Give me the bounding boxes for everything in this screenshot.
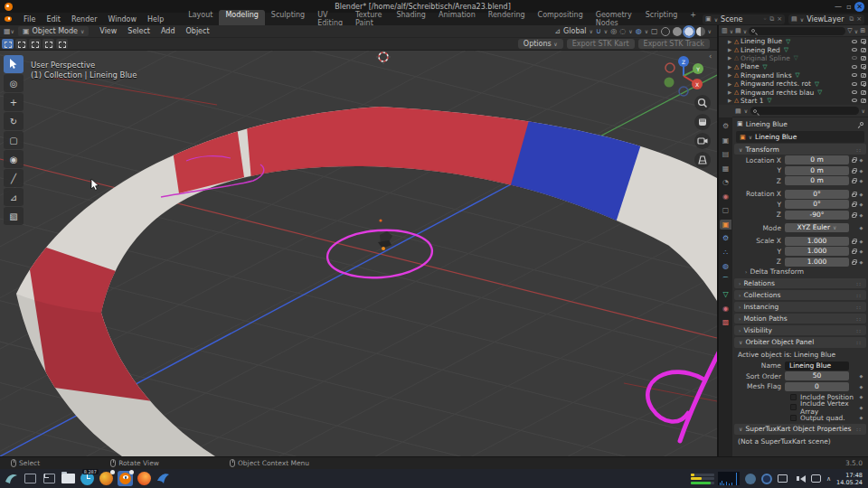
- file-manager-icon[interactable]: [61, 471, 76, 486]
- visibility-eye-icon[interactable]: [852, 65, 857, 69]
- export-stk-track-button[interactable]: Export STK Track: [638, 39, 710, 49]
- zoom-button[interactable]: [694, 95, 711, 111]
- sidebar-collapse-arrow[interactable]: ‹: [709, 52, 712, 61]
- visibility-eye-icon[interactable]: [852, 90, 857, 94]
- shading-material-icon[interactable]: [684, 27, 693, 36]
- tab-tool[interactable]: ⚙: [720, 121, 731, 131]
- panel-section-header[interactable]: ›Instancing::: [734, 302, 866, 313]
- properties-editor-icon[interactable]: ▤: [735, 108, 741, 115]
- shading-solid-icon[interactable]: [673, 27, 682, 36]
- workspace-pager-2[interactable]: [42, 471, 57, 486]
- new-collection-icon[interactable]: ⊞: [860, 27, 865, 34]
- animate-dot-icon[interactable]: ◆: [858, 168, 864, 174]
- transform-value-field[interactable]: XYZ Euler∨: [785, 223, 849, 232]
- expand-arrow-icon[interactable]: ▶: [728, 39, 732, 44]
- outliner-display-mode-icon[interactable]: ▥: [722, 27, 728, 34]
- tab-viewlayer[interactable]: ▦: [720, 164, 731, 174]
- viewport-3d[interactable]: User Perspective (1) Collection | Linein…: [0, 51, 717, 456]
- select-mode-extend[interactable]: [56, 39, 68, 49]
- editor-type-icon[interactable]: ▦∨: [0, 27, 18, 35]
- outliner-item[interactable]: ▶ △ Original Spline ▽: [719, 54, 868, 62]
- perspective-toggle-button[interactable]: [694, 152, 711, 168]
- viewport-menu-item[interactable]: Select: [122, 27, 156, 35]
- scale-tool[interactable]: ▢: [4, 131, 24, 149]
- checkbox[interactable]: [790, 404, 797, 410]
- mode-dropdown[interactable]: ▣ Object Mode∨: [18, 26, 89, 36]
- animate-dot-icon[interactable]: ◆: [858, 157, 864, 163]
- lock-icon[interactable]: [852, 193, 856, 197]
- proportional-edit-icon[interactable]: ◎: [610, 27, 617, 35]
- animate-dot-icon[interactable]: ◆: [858, 192, 864, 197]
- delta-transform-toggle[interactable]: ›Delta Transform: [732, 267, 868, 277]
- tab-object[interactable]: ▣: [720, 220, 731, 230]
- viewlayer-selector[interactable]: ▤∨ ViewLayer ⧉ ×: [788, 14, 864, 24]
- filter-icon[interactable]: ▽: [847, 27, 852, 34]
- lock-icon[interactable]: [852, 170, 856, 174]
- visibility-eye-icon[interactable]: [852, 73, 857, 77]
- orientation-dropdown[interactable]: Global: [563, 27, 587, 35]
- menu-item[interactable]: Help: [142, 15, 169, 23]
- workspace-pager-1[interactable]: [23, 471, 38, 486]
- cursor-tool[interactable]: ◎: [4, 74, 24, 92]
- panel-section-header[interactable]: ›Motion Paths::: [734, 314, 866, 324]
- tab-constraints[interactable]: ⌒: [720, 276, 731, 286]
- orbiter-name-input[interactable]: Lineing Blue: [785, 361, 849, 371]
- outliner-item[interactable]: ▶ △ Lineing Red ▽: [719, 45, 868, 53]
- xray-toggle-icon[interactable]: ▢: [651, 27, 658, 35]
- animate-dot-icon[interactable]: ◆: [858, 384, 864, 389]
- expand-arrow-icon[interactable]: ▶: [728, 72, 732, 78]
- orbiter-panel-header[interactable]: ∨Orbiter Object Panel::: [734, 337, 866, 348]
- gizmo-toggle-icon[interactable]: ◌: [619, 27, 626, 35]
- tray-app-icon-2[interactable]: [761, 474, 772, 484]
- properties-search-input[interactable]: [750, 107, 859, 115]
- panel-section-header[interactable]: ›Collections::: [734, 290, 866, 301]
- render-camera-icon[interactable]: [861, 90, 866, 95]
- animate-dot-icon[interactable]: ◆: [858, 259, 864, 265]
- visibility-eye-icon[interactable]: [852, 48, 857, 52]
- transform-value-field[interactable]: 0°: [785, 200, 849, 209]
- outliner-item[interactable]: ▶ △ Ringwand links ▽: [719, 71, 868, 80]
- render-camera-icon[interactable]: [861, 73, 866, 78]
- render-camera-icon[interactable]: [861, 64, 866, 69]
- blender-menu-icon[interactable]: [5, 15, 13, 23]
- blender-app-icon[interactable]: [118, 471, 133, 486]
- animate-dot-icon[interactable]: ◆: [858, 249, 864, 254]
- tab-render[interactable]: ▣: [720, 136, 731, 145]
- menu-item[interactable]: Edit: [41, 15, 66, 23]
- pin-id-icon[interactable]: [859, 121, 864, 127]
- close-button[interactable]: ✕: [854, 2, 864, 12]
- animate-dot-icon[interactable]: ◆: [858, 239, 864, 244]
- outliner-collection-icon[interactable]: ▤: [735, 27, 741, 34]
- outliner-item[interactable]: ▶ △ Start 1 ▽: [719, 97, 868, 105]
- transform-value-field[interactable]: -90°: [785, 211, 849, 220]
- firefox-icon[interactable]: [137, 471, 152, 486]
- shading-rendered-icon[interactable]: [696, 27, 705, 36]
- expand-arrow-icon[interactable]: ▶: [728, 55, 732, 61]
- options-dropdown[interactable]: Options ∨: [518, 39, 563, 49]
- system-monitor-widget[interactable]: [691, 474, 714, 484]
- pin-icon[interactable]: ◦: [763, 15, 767, 23]
- tray-clipboard-icon[interactable]: [778, 474, 788, 483]
- lock-icon[interactable]: [852, 261, 856, 265]
- visibility-eye-icon[interactable]: [852, 99, 857, 102]
- overlays-toggle-icon[interactable]: ◍: [636, 27, 642, 35]
- tray-app-icon-1[interactable]: [745, 474, 756, 484]
- tab-output[interactable]: ▤: [720, 149, 731, 159]
- render-camera-icon[interactable]: [861, 81, 866, 86]
- pan-button[interactable]: [694, 114, 711, 130]
- scene-selector[interactable]: ▣∨ Scene ◦ ⧉ ×: [703, 14, 785, 24]
- tab-scene[interactable]: ◔: [720, 177, 731, 187]
- lock-icon[interactable]: [852, 214, 856, 218]
- mesh-flag-field[interactable]: 0: [785, 382, 849, 391]
- tray-expand-caret[interactable]: ∧: [826, 475, 831, 483]
- transform-value-field[interactable]: 0°: [785, 190, 849, 199]
- animate-dot-icon[interactable]: ◆: [858, 178, 864, 183]
- add-cube-tool[interactable]: ▧: [4, 207, 24, 225]
- object-name-field[interactable]: ▣∨ Lineing Blue: [736, 131, 864, 143]
- tab-modifiers[interactable]: ⚙: [720, 233, 731, 243]
- transform-value-field[interactable]: 1.000: [785, 258, 849, 267]
- copy-icon[interactable]: ⧉: [849, 15, 854, 23]
- select-mode-lasso[interactable]: [42, 39, 54, 49]
- app-menu-icon[interactable]: [4, 471, 19, 486]
- expand-arrow-icon[interactable]: ▶: [728, 47, 732, 52]
